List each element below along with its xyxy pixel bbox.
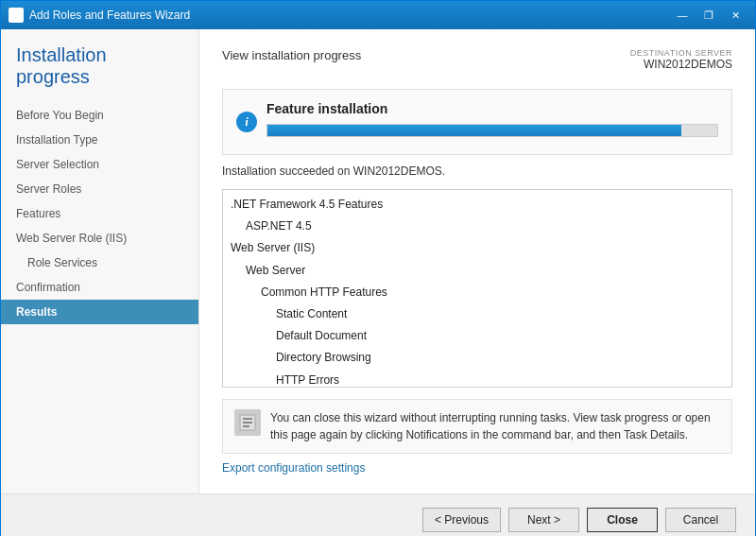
app-icon [9,8,24,23]
close-window-button[interactable]: ✕ [723,6,747,25]
svg-rect-1 [17,9,22,14]
list-item: Web Server (IIS) [223,237,731,259]
dest-server-value: WIN2012DEMOS [630,58,732,71]
feature-install-content: Feature installation [266,101,718,143]
main-content: Installation progress Before You Begin I… [1,29,755,536]
dest-server-label: DESTINATION SERVER [630,48,732,58]
sidebar-item-results[interactable]: Results [1,300,198,324]
features-list-box[interactable]: .NET Framework 4.5 Features ASP.NET 4.5 … [222,189,732,388]
svg-rect-3 [17,16,22,21]
list-item: Default Document [223,325,731,347]
window-controls: — ❐ ✕ [670,6,747,25]
list-item: HTTP Errors [223,370,731,389]
list-item: Directory Browsing [223,347,731,369]
sidebar-title: Installation progress [1,44,198,103]
list-item: .NET Framework 4.5 Features [223,194,731,216]
title-bar-left: Add Roles and Features Wizard [9,8,190,23]
wizard-window: Add Roles and Features Wizard — ❐ ✕ Inst… [0,0,756,536]
close-button[interactable]: Close [587,508,658,532]
notice-box: You can close this wizard without interr… [222,399,732,454]
feature-install-box: i Feature installation [222,89,732,155]
title-bar: Add Roles and Features Wizard — ❐ ✕ [1,1,755,29]
export-link[interactable]: Export configuration settings [222,461,365,475]
cancel-button[interactable]: Cancel [665,508,736,532]
minimize-button[interactable]: — [670,6,695,25]
sidebar-item-server-selection[interactable]: Server Selection [1,152,198,177]
window-title: Add Roles and Features Wizard [29,9,190,22]
next-button[interactable]: Next > [508,508,579,532]
sidebar: Installation progress Before You Begin I… [1,29,199,493]
svg-rect-0 [10,9,15,14]
sidebar-item-server-roles[interactable]: Server Roles [1,177,198,201]
header-area: View installation progress DESTINATION S… [222,48,732,74]
progress-bar-fill [267,125,681,136]
restore-button[interactable]: ❐ [696,6,721,25]
list-item: Web Server [223,260,731,282]
notice-text: You can close this wizard without interr… [270,409,720,443]
footer: < Previous Next > Close Cancel [1,493,755,536]
info-icon: i [236,112,257,132]
sidebar-item-features[interactable]: Features [1,201,198,226]
sidebar-item-role-services[interactable]: Role Services [1,251,198,275]
destination-server-block: DESTINATION SERVER WIN2012DEMOS [630,48,732,71]
sidebar-item-before-you-begin[interactable]: Before You Begin [1,103,198,128]
svg-rect-7 [243,425,249,427]
svg-rect-5 [243,418,252,420]
svg-rect-2 [10,16,15,21]
sidebar-item-confirmation[interactable]: Confirmation [1,275,198,300]
feature-title: Feature installation [266,101,718,116]
progress-bar-container [266,124,718,137]
view-label: View installation progress [222,48,361,62]
success-text: Installation succeeded on WIN2012DEMOS. [222,164,732,178]
list-item: Common HTTP Features [223,282,731,303]
sidebar-item-web-server-role[interactable]: Web Server Role (IIS) [1,226,198,251]
list-item: Static Content [223,303,731,325]
main-panel: View installation progress DESTINATION S… [199,29,755,493]
previous-button[interactable]: < Previous [422,508,501,532]
sidebar-item-installation-type[interactable]: Installation Type [1,128,198,152]
notice-icon [234,409,261,436]
list-item: ASP.NET 4.5 [223,216,731,237]
content-area: Installation progress Before You Begin I… [1,29,755,493]
svg-rect-6 [243,422,252,424]
